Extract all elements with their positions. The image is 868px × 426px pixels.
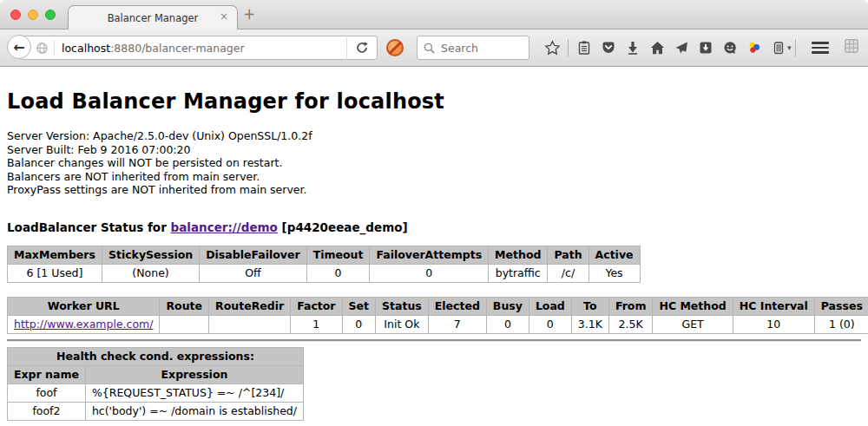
expr-name-value: foof <box>8 383 86 402</box>
table-row: foof2 hc('body') =~ /domain is establish… <box>8 402 304 420</box>
reading-list-icon[interactable] <box>572 36 596 60</box>
col-passes: Passes <box>814 297 868 315</box>
health-table-title: Health check cond. expressions: <box>8 347 304 365</box>
col-timeout: Timeout <box>306 246 370 264</box>
search-bar[interactable] <box>417 36 529 60</box>
status-prefix: LoadBalancer Status for <box>7 220 171 234</box>
maxmembers-value: 6 [1 Used] <box>8 264 102 282</box>
server-built-line: Server Built: Feb 9 2016 07:00:20 <box>7 143 861 157</box>
save-page-icon[interactable] <box>694 36 718 60</box>
server-version-line: Server Version: Apache/2.5.0-dev (Unix) … <box>7 129 861 143</box>
col-expression: Expression <box>85 365 303 383</box>
col-active: Active <box>589 246 640 264</box>
globe-icon <box>36 42 49 55</box>
toolbar-separator <box>568 39 569 56</box>
minimize-window-button[interactable] <box>28 10 38 20</box>
bookmark-star-icon[interactable] <box>540 36 564 60</box>
tiles-icon[interactable] <box>843 37 860 58</box>
url-text[interactable]: localhost:8880/balancer-manager <box>62 42 346 55</box>
url-separator <box>54 40 55 56</box>
timeout-value: 0 <box>306 264 370 282</box>
col-failoverattempts: FailoverAttempts <box>370 246 489 264</box>
zoom-window-button[interactable] <box>45 10 56 20</box>
back-button[interactable]: ← <box>7 35 31 59</box>
close-tab-icon[interactable]: × <box>220 10 228 23</box>
col-set: Set <box>342 297 375 315</box>
factor-value: 1 <box>291 315 342 333</box>
table-header-row: Expr name Expression <box>8 365 304 383</box>
hc-interval-value: 10 <box>733 315 814 333</box>
page-title: Load Balancer Manager for localhost <box>7 89 861 114</box>
table-header-row: MaxMembers StickySession DisableFailover… <box>8 246 641 264</box>
col-routeredir: RouteRedir <box>209 297 291 315</box>
active-value: Yes <box>589 264 640 282</box>
search-input[interactable] <box>439 41 521 56</box>
chevron-down-icon[interactable]: ▾ <box>787 43 792 52</box>
col-disablefailover: DisableFailover <box>200 246 306 264</box>
section-divider <box>7 339 861 342</box>
status-suffix: [p4420eeae_demo] <box>278 220 408 234</box>
col-expr-name: Expr name <box>8 365 86 383</box>
from-value: 2.5K <box>608 315 653 333</box>
route-value <box>160 315 209 333</box>
col-factor: Factor <box>291 297 342 315</box>
busy-value: 0 <box>486 315 529 333</box>
worker-url-cell: http://www.example.com/ <box>8 315 160 333</box>
col-hc-interval: HC Interval <box>733 297 814 315</box>
colors-extension-icon[interactable] <box>742 36 766 60</box>
expr-name-value: foof2 <box>8 402 86 420</box>
toolbar-icons: ▾ <box>540 36 867 60</box>
page-content: Load Balancer Manager for localhost Serv… <box>0 89 868 426</box>
col-stickysession: StickySession <box>102 246 199 264</box>
col-hc-method: HC Method <box>653 297 733 315</box>
col-status: Status <box>376 297 429 315</box>
col-method: Method <box>489 246 548 264</box>
new-tab-button[interactable]: + <box>243 7 255 22</box>
set-value: 0 <box>342 315 375 333</box>
url-bar[interactable]: localhost:8880/balancer-manager <box>19 36 378 60</box>
health-check-table: Health check cond. expressions: Expr nam… <box>7 347 304 421</box>
tab-balancer-manager[interactable]: Balancer Manager × <box>68 5 238 29</box>
navigation-toolbar: ← localhost:8880/balancer-manager <box>0 29 868 67</box>
search-icon <box>423 42 436 55</box>
expression-value: hc('body') =~ /domain is established/ <box>85 402 303 420</box>
col-maxmembers: MaxMembers <box>8 246 102 264</box>
send-plane-icon[interactable] <box>669 36 694 60</box>
method-value: bytraffic <box>489 264 548 282</box>
col-route: Route <box>160 297 209 315</box>
worker-url-link[interactable]: http://www.example.com/ <box>14 318 153 331</box>
inherit-notice-line: Balancers are NOT inherited from main se… <box>7 170 861 184</box>
balancer-demo-link[interactable]: balancer://demo <box>171 220 278 234</box>
downloads-icon[interactable] <box>621 36 645 60</box>
close-window-button[interactable] <box>10 10 21 20</box>
menu-icon[interactable] <box>812 42 829 54</box>
tab-title: Balancer Manager <box>108 12 199 24</box>
proxypass-notice-line: ProxyPass settings are NOT inherited fro… <box>7 183 861 197</box>
routeredir-value <box>209 315 291 333</box>
reload-button[interactable] <box>346 36 377 60</box>
col-load: Load <box>529 297 571 315</box>
stickysession-value: (None) <box>102 264 199 282</box>
col-to: To <box>571 297 608 315</box>
status-value: Init Ok <box>376 315 429 333</box>
col-busy: Busy <box>486 297 529 315</box>
failoverattempts-value: 0 <box>370 264 489 282</box>
chat-smiley-icon[interactable] <box>718 36 742 60</box>
home-icon[interactable] <box>645 36 669 60</box>
table-row: 6 [1 Used] (None) Off 0 0 bytraffic /c/ … <box>8 264 641 282</box>
hc-method-value: GET <box>653 315 733 333</box>
toolbar-separator <box>795 39 796 56</box>
table-row: foof %{REQUEST_STATUS} =~ /^[234]/ <box>8 383 304 402</box>
plugin-blocked-icon[interactable] <box>386 39 404 56</box>
loadbalancer-status-heading: LoadBalancer Status for balancer://demo … <box>7 220 861 234</box>
pocket-icon[interactable] <box>596 36 621 60</box>
passes-value: 1 (0) <box>814 315 868 333</box>
url-path: :8880/balancer-manager <box>110 42 244 55</box>
table-row: http://www.example.com/ 1 0 Init Ok 7 0 … <box>8 315 868 333</box>
expression-value: %{REQUEST_STATUS} =~ /^[234]/ <box>85 383 303 402</box>
col-worker-url: Worker URL <box>8 297 160 315</box>
persist-notice-line: Balancer changes will NOT be persisted o… <box>7 156 861 170</box>
load-value: 0 <box>529 315 571 333</box>
browser-window: Balancer Manager × + ← localhost:8880/ba… <box>0 0 868 426</box>
elected-value: 7 <box>428 315 486 333</box>
